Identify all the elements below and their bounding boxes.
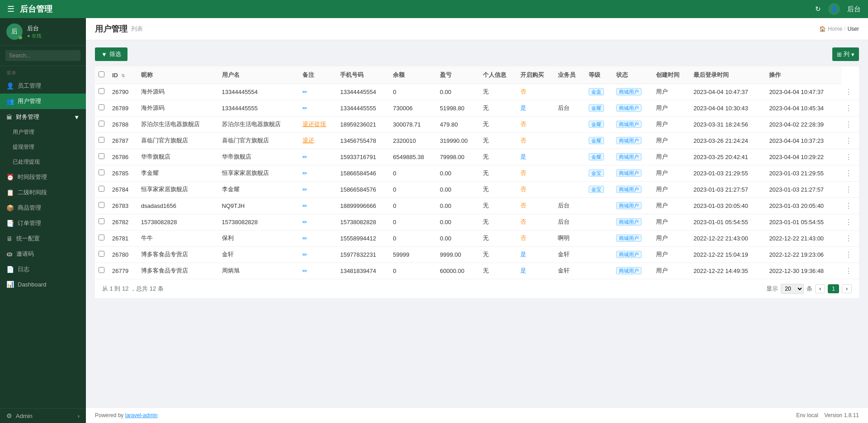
buy-status[interactable]: 是 <box>520 153 526 160</box>
row-more-icon[interactable]: ⋮ <box>845 202 852 210</box>
status-tag[interactable]: 商城用户 <box>616 218 642 226</box>
level-tag[interactable]: 金宝 <box>589 186 604 193</box>
row-checkbox[interactable] <box>99 251 104 257</box>
status-tag[interactable]: 商城用户 <box>616 137 642 144</box>
row-more-icon[interactable]: ⋮ <box>845 235 852 242</box>
row-more-icon[interactable]: ⋮ <box>845 186 852 193</box>
note-edit-icon[interactable]: ✏ <box>302 268 307 274</box>
sidebar-item-invite[interactable]: 🎟 邀请码 <box>0 246 86 262</box>
sidebar-item-order[interactable]: 📑 订单管理 <box>0 216 86 231</box>
row-checkbox[interactable] <box>99 169 104 175</box>
note-edit-icon[interactable]: ✏ <box>302 235 307 242</box>
note-edit-icon[interactable]: ✏ <box>302 251 307 258</box>
status-tag[interactable]: 商城用户 <box>616 251 642 258</box>
search-input[interactable] <box>5 50 80 61</box>
level-tag[interactable]: 金耀 <box>589 104 604 112</box>
row-checkbox[interactable] <box>99 121 104 127</box>
note-edit-icon[interactable]: ✏ <box>302 105 307 112</box>
refresh-icon[interactable]: ↻ <box>815 5 821 13</box>
note-link[interactable]: 退还提现 <box>302 121 326 127</box>
next-page-button[interactable]: › <box>842 284 852 293</box>
buy-status[interactable]: 否 <box>520 137 526 144</box>
row-more-icon[interactable]: ⋮ <box>845 104 852 112</box>
buy-status[interactable]: 否 <box>520 169 526 176</box>
prev-page-button[interactable]: ‹ <box>815 284 825 293</box>
level-tag[interactable]: 金耀 <box>589 153 604 160</box>
user-avatar-top[interactable]: 👤 <box>828 3 840 15</box>
row-checkbox[interactable] <box>99 137 104 143</box>
row-more-icon[interactable]: ⋮ <box>845 267 852 275</box>
status-tag[interactable]: 商城用户 <box>616 153 642 160</box>
page-1-button[interactable]: 1 <box>828 284 839 293</box>
row-more-icon[interactable]: ⋮ <box>845 121 852 128</box>
finance-menu-header[interactable]: 🏛 财务管理 ▼ <box>0 109 86 125</box>
status-tag[interactable]: 商城用户 <box>616 235 642 242</box>
hamburger-icon[interactable]: ☰ <box>7 4 14 14</box>
row-checkbox[interactable] <box>99 186 104 192</box>
row-checkbox[interactable] <box>99 235 104 240</box>
status-tag[interactable]: 商城用户 <box>616 202 642 209</box>
row-more-icon[interactable]: ⋮ <box>845 169 852 177</box>
status-tag[interactable]: 商城用户 <box>616 121 642 128</box>
buy-status[interactable]: 否 <box>520 235 526 241</box>
sidebar-item-second-period[interactable]: 📋 二级时间段 <box>0 185 86 200</box>
note-edit-icon[interactable]: ✏ <box>302 89 307 95</box>
row-more-icon[interactable]: ⋮ <box>845 218 852 226</box>
status-tag[interactable]: 商城用户 <box>616 169 642 177</box>
note-link[interactable]: 退还 <box>302 137 314 144</box>
sidebar-item-staff[interactable]: 👤 员工管理 <box>0 78 86 94</box>
note-edit-icon[interactable]: ✏ <box>302 154 307 160</box>
buy-status[interactable]: 是 <box>520 267 526 274</box>
row-checkbox[interactable] <box>99 104 104 110</box>
row-checkbox[interactable] <box>99 88 104 94</box>
row-checkbox[interactable] <box>99 218 104 224</box>
sidebar-item-user-mgmt[interactable]: 用户管理 <box>6 125 86 140</box>
buy-status[interactable]: 是 <box>520 104 526 111</box>
sidebar-item-time-period[interactable]: ⏰ 时间段管理 <box>0 169 86 185</box>
id-sort-icon[interactable]: ⇅ <box>121 73 125 78</box>
level-tag[interactable]: 金耀 <box>589 121 604 128</box>
buy-status[interactable]: 否 <box>520 121 526 127</box>
product-label: 商品管理 <box>18 204 41 212</box>
note-edit-icon[interactable]: ✏ <box>302 219 307 226</box>
breadcrumb-home[interactable]: Home <box>828 26 842 32</box>
row-checkbox[interactable] <box>99 153 104 159</box>
sidebar-item-admin[interactable]: ⚙ Admin › <box>0 409 86 423</box>
status-tag[interactable]: 商城用户 <box>616 88 642 95</box>
filter-button[interactable]: ▼ 筛选 <box>95 47 127 61</box>
sidebar-item-config[interactable]: 🖥 统一配置 <box>0 231 86 246</box>
status-tag[interactable]: 商城用户 <box>616 267 642 274</box>
level-tag[interactable]: 金宝 <box>589 169 604 177</box>
row-more-icon[interactable]: ⋮ <box>845 153 852 161</box>
framework-link[interactable]: laravel-admin <box>125 412 158 418</box>
page-size-select[interactable]: 20 50 100 <box>781 284 804 294</box>
level-tag[interactable]: 金盅 <box>589 88 604 95</box>
sidebar-item-withdraw[interactable]: 提现管理 <box>6 140 86 155</box>
buy-status[interactable]: 否 <box>520 202 526 209</box>
th-id[interactable]: ID ⇅ <box>108 66 137 84</box>
level-tag[interactable]: 金耀 <box>589 137 604 144</box>
row-more-icon[interactable]: ⋮ <box>845 88 852 96</box>
select-all-checkbox[interactable] <box>99 71 104 77</box>
sidebar-item-processed-withdraw[interactable]: 已处理提现 <box>6 155 86 169</box>
cell-note: ✏ <box>299 197 336 214</box>
status-tag[interactable]: 商城用户 <box>616 186 642 193</box>
row-checkbox[interactable] <box>99 267 104 273</box>
note-edit-icon[interactable]: ✏ <box>302 202 307 209</box>
buy-status[interactable]: 否 <box>520 186 526 193</box>
columns-button[interactable]: ⊞ 列 ▾ <box>832 47 859 61</box>
sidebar-item-product[interactable]: 📦 商品管理 <box>0 200 86 216</box>
row-checkbox[interactable] <box>99 202 104 208</box>
note-edit-icon[interactable]: ✏ <box>302 170 307 177</box>
cell-note: ✏ <box>299 100 336 116</box>
buy-status[interactable]: 是 <box>520 251 526 258</box>
sidebar-item-dashboard[interactable]: 📊 Dashboard <box>0 277 86 291</box>
sidebar-item-log[interactable]: 📄 日志 <box>0 262 86 277</box>
note-edit-icon[interactable]: ✏ <box>302 186 307 193</box>
status-tag[interactable]: 商城用户 <box>616 104 642 112</box>
buy-status[interactable]: 否 <box>520 218 526 225</box>
row-more-icon[interactable]: ⋮ <box>845 137 852 145</box>
row-more-icon[interactable]: ⋮ <box>845 251 852 258</box>
buy-status[interactable]: 否 <box>520 88 526 95</box>
sidebar-item-user[interactable]: 👥 用户管理 <box>0 94 86 109</box>
